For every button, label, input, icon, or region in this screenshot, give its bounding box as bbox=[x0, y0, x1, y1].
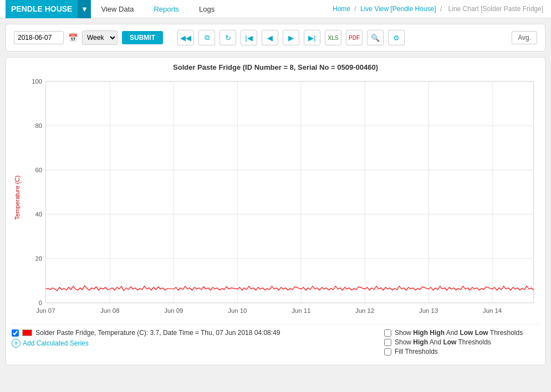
svg-text:Jun 13: Jun 13 bbox=[419, 307, 438, 314]
breadcrumb-sep1: / bbox=[354, 5, 358, 13]
breadcrumb-home[interactable]: Home bbox=[333, 5, 350, 13]
svg-text:100: 100 bbox=[32, 78, 42, 85]
add-calc-label: Add Calculated Series bbox=[23, 339, 89, 347]
threshold-fill-label: Fill Thresholds bbox=[395, 348, 438, 355]
threshold-high-checkbox[interactable] bbox=[384, 339, 391, 346]
chart-inner: 0 20 40 60 80 100 Jun 07 Jun 08 Jun 09 J… bbox=[23, 76, 539, 319]
svg-text:Jun 08: Jun 08 bbox=[100, 307, 119, 314]
layers-button[interactable]: ⧉ bbox=[198, 30, 215, 45]
brand-dropdown-button[interactable]: ▼ bbox=[78, 0, 91, 18]
threshold-option-2: Show High And Low Thresholds bbox=[384, 338, 539, 346]
svg-text:Jun 07: Jun 07 bbox=[36, 307, 55, 314]
threshold-option-3: Fill Thresholds bbox=[384, 348, 539, 355]
threshold-option-1: Show High High And Low Low Thresholds bbox=[384, 329, 539, 337]
threshold-fill-checkbox[interactable] bbox=[384, 348, 391, 355]
zoom-button[interactable]: 🔍 bbox=[367, 30, 384, 45]
toolbar-row: 📅 Week Day Month Year SUBMIT ◀◀ ⧉ ↻ |◀ ◀… bbox=[14, 30, 537, 45]
series-color-box bbox=[22, 329, 32, 336]
nav-back-button[interactable]: ◀◀ bbox=[177, 30, 194, 45]
svg-text:Jun 09: Jun 09 bbox=[164, 307, 183, 314]
svg-rect-0 bbox=[45, 81, 533, 303]
add-calc-plus-icon: + bbox=[12, 339, 21, 348]
breadcrumb-live-view[interactable]: Live View [Pendle House] bbox=[360, 5, 436, 13]
last-button[interactable]: ▶| bbox=[304, 30, 320, 45]
svg-text:80: 80 bbox=[35, 122, 43, 129]
brand-name: PENDLE HOUSE bbox=[11, 4, 72, 13]
y-axis-label: Temperature (C) bbox=[12, 76, 23, 319]
svg-text:Jun 14: Jun 14 bbox=[483, 307, 502, 314]
toolbar-area: 📅 Week Day Month Year SUBMIT ◀◀ ⧉ ↻ |◀ ◀… bbox=[6, 24, 545, 51]
refresh-button[interactable]: ↻ bbox=[220, 30, 236, 45]
chart-options-button[interactable]: ⚙ bbox=[388, 30, 405, 45]
svg-text:Jun 11: Jun 11 bbox=[292, 307, 310, 314]
threshold-highhigh-checkbox[interactable] bbox=[384, 329, 391, 337]
chart-title: Solder Paste Fridge (ID Number = 8, Seri… bbox=[12, 63, 539, 71]
period-select[interactable]: Week Day Month Year bbox=[82, 30, 118, 45]
nav-logs[interactable]: Logs bbox=[189, 0, 225, 18]
brand-logo: PENDLE HOUSE bbox=[6, 0, 78, 18]
add-calculated-series[interactable]: + Add Calculated Series bbox=[12, 339, 381, 348]
legend-right: Show High High And Low Low Thresholds Sh… bbox=[384, 329, 539, 357]
threshold-high-label: Show High And Low Thresholds bbox=[395, 338, 491, 346]
breadcrumb-sep2: / bbox=[440, 5, 444, 13]
svg-text:0: 0 bbox=[39, 300, 42, 306]
legend-left: Solder Paste Fridge, Temperature (C): 3.… bbox=[12, 329, 381, 348]
prev-button[interactable]: ◀ bbox=[262, 30, 278, 45]
series-label: Solder Paste Fridge, Temperature (C): 3.… bbox=[35, 329, 280, 337]
avg-button[interactable]: Avg. bbox=[512, 31, 537, 44]
export-xls-button[interactable]: XLS bbox=[325, 30, 341, 45]
submit-button[interactable]: SUBMIT bbox=[122, 31, 163, 44]
date-input[interactable] bbox=[14, 31, 64, 44]
chart-wrapper: Temperature (C) bbox=[12, 76, 539, 319]
breadcrumb: Home / Live View [Pendle House] / Line C… bbox=[333, 5, 545, 13]
nav-view-data[interactable]: View Data bbox=[91, 0, 144, 18]
svg-text:60: 60 bbox=[35, 167, 43, 173]
nav-reports[interactable]: Reports bbox=[144, 0, 189, 18]
chart-area: Solder Paste Fridge (ID Number = 8, Seri… bbox=[6, 57, 545, 365]
top-navigation: PENDLE HOUSE ▼ View Data Reports Logs Ho… bbox=[0, 0, 551, 18]
svg-text:Jun 12: Jun 12 bbox=[355, 307, 374, 314]
export-pdf-button[interactable]: PDF bbox=[346, 30, 363, 45]
svg-text:Jun 10: Jun 10 bbox=[228, 307, 247, 314]
next-button[interactable]: ▶ bbox=[283, 30, 299, 45]
series-legend-item: Solder Paste Fridge, Temperature (C): 3.… bbox=[12, 329, 381, 337]
threshold-highhigh-label: Show High High And Low Low Thresholds bbox=[395, 329, 523, 337]
chart-svg[interactable]: 0 20 40 60 80 100 Jun 07 Jun 08 Jun 09 J… bbox=[23, 76, 539, 319]
series-checkbox[interactable] bbox=[12, 329, 19, 337]
calendar-icon[interactable]: 📅 bbox=[68, 33, 78, 42]
breadcrumb-current: Line Chart [Solder Paste Fridge] bbox=[448, 5, 543, 13]
svg-text:40: 40 bbox=[35, 211, 43, 218]
legend-area: Solder Paste Fridge, Temperature (C): 3.… bbox=[12, 324, 539, 359]
first-button[interactable]: |◀ bbox=[241, 30, 257, 45]
svg-text:20: 20 bbox=[35, 255, 43, 262]
